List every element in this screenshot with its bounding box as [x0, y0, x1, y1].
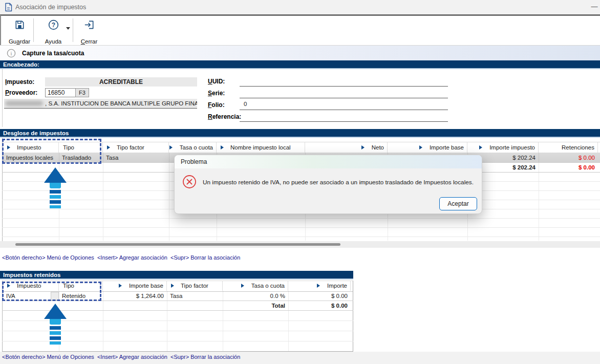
- window-title: Asociación de impuestos: [15, 4, 86, 11]
- annotation-dashed-box-retenidos: [2, 282, 101, 301]
- arrow-stripe: [50, 205, 61, 208]
- proveedor-input[interactable]: 16850: [45, 88, 76, 97]
- arrow-stripe: [50, 326, 61, 330]
- cell-importe_base[interactable]: $ 1,264.00: [103, 291, 167, 301]
- arrow-stripe: [50, 319, 61, 325]
- column-header-label: Importe: [327, 283, 347, 289]
- column-header-tipo_factor[interactable]: Tipo factor: [103, 142, 169, 153]
- tax-association-window: Asociación de impuestos — Guardar ? Ayud…: [0, 0, 600, 364]
- column-header-label: Tipo factor: [117, 144, 144, 151]
- info-message: Capture la tasa/cuota: [22, 50, 84, 57]
- impuesto-label: Impuesto:: [5, 78, 34, 85]
- column-header-neto[interactable]: Neto: [305, 142, 388, 153]
- retenidos-shortcuts-hint: <Botón derecho> Menú de Opciones <Insert…: [2, 354, 240, 360]
- cell-tipo_factor[interactable]: Tasa: [167, 291, 223, 301]
- help-dropdown-arrow-icon[interactable]: [66, 27, 70, 30]
- arrow-head: [44, 304, 67, 319]
- company-name-field: , S.A. INSTITUCION DE BANCA MULTIPLE GRU…: [4, 99, 197, 109]
- desglose-section-header: Desglose de impuestos: [0, 129, 600, 138]
- status-message-bar: i Capture la tasa/cuota: [0, 45, 600, 61]
- cell-retenciones[interactable]: $ 0.00: [539, 153, 598, 162]
- folio-label: Folio:: [208, 101, 225, 109]
- sort-arrow-icon: [317, 284, 320, 288]
- encabezado-section-header: Encabezado:: [0, 60, 600, 69]
- cell-tasa_cuota[interactable]: 0.0 %: [223, 291, 288, 301]
- folio-input[interactable]: [240, 110, 448, 110]
- table-gridline-v: [169, 153, 169, 241]
- column-header-tipo_factor[interactable]: Tipo factor: [167, 281, 223, 291]
- proveedor-label: Proveedor:: [5, 89, 37, 96]
- info-icon: i: [7, 49, 16, 58]
- guardar-button[interactable]: Guardar: [4, 18, 35, 46]
- cell-tipo_factor[interactable]: Tasa: [103, 153, 169, 162]
- serie-label: Serie:: [208, 90, 225, 97]
- ayuda-label: Ayuda: [45, 38, 61, 45]
- company-name-text: , S.A. INSTITUCION DE BANCA MULTIPLE GRU…: [45, 100, 197, 106]
- column-header-importe_impuesto[interactable]: Importe impuesto: [467, 142, 539, 153]
- exit-icon: [83, 19, 95, 31]
- column-header-label: Importe impuesto: [489, 144, 535, 151]
- svg-text:i: i: [11, 51, 12, 56]
- impuesto-field: ACREDITABLE: [45, 77, 197, 87]
- ayuda-button[interactable]: ? Ayuda: [37, 18, 70, 46]
- arrow-stripe: [50, 183, 61, 188]
- column-header-label: Neto: [372, 144, 384, 151]
- annotation-dashed-box-desglose: [2, 139, 101, 164]
- minimize-button[interactable]: —: [589, 1, 600, 12]
- column-header-importe_base[interactable]: Importe base: [103, 281, 167, 291]
- sort-arrow-icon: [107, 145, 110, 149]
- column-header-label: Importe base: [430, 144, 464, 151]
- column-header-label: Importe base: [129, 283, 163, 289]
- guardar-label: Guardar: [9, 38, 30, 45]
- column-header-label: Retenciones: [562, 144, 594, 151]
- help-icon: ?: [48, 19, 59, 31]
- referencia-input[interactable]: [240, 121, 448, 122]
- error-icon: [182, 175, 197, 189]
- sort-arrow-icon: [241, 284, 244, 288]
- sort-arrow-icon: [419, 145, 422, 149]
- serie-input[interactable]: [240, 98, 448, 98]
- referencia-label: Referencia:: [208, 113, 241, 120]
- arrow-stripe: [50, 190, 61, 194]
- dialog-message: Un impuesto retenido de IVA, no puede se…: [203, 179, 474, 186]
- problema-dialog: Problema Un impuesto retenido de IVA, no…: [174, 155, 482, 214]
- table-gridline-h: [2, 237, 600, 237]
- table-gridline-h: [2, 227, 600, 228]
- up-arrow-annotation: [44, 167, 67, 208]
- column-header-label: Tasa o cuota: [180, 144, 213, 151]
- sort-arrow-icon: [119, 284, 122, 288]
- section-left-border: [2, 69, 3, 127]
- column-header-tasa_cuota[interactable]: Tasa o cuota: [169, 142, 217, 153]
- column-header-label: Nombre impuesto local: [230, 144, 291, 151]
- aceptar-button[interactable]: Aceptar: [439, 197, 477, 210]
- toolbar-separator: [73, 18, 73, 42]
- column-header-tasa_cuota[interactable]: Tasa o cuota: [223, 281, 288, 291]
- sort-arrow-icon: [169, 145, 173, 149]
- table-right-border: [353, 281, 353, 352]
- column-header-nombre_local[interactable]: Nombre impuesto local: [217, 142, 305, 153]
- svg-text:?: ?: [51, 22, 55, 29]
- column-header-retenciones[interactable]: Retenciones: [539, 142, 598, 153]
- cerrar-button[interactable]: Cerrar: [76, 18, 102, 46]
- column-header-importe[interactable]: Importe: [288, 281, 351, 291]
- column-header-label: Tipo factor: [181, 283, 208, 289]
- cerrar-label: Cerrar: [81, 38, 98, 45]
- save-icon: [14, 19, 26, 31]
- column-header-importe_base[interactable]: Importe base: [388, 142, 467, 153]
- proveedor-f3-key[interactable]: F3: [75, 88, 89, 97]
- arrow-stripe: [50, 200, 61, 204]
- arrow-stripe: [50, 331, 61, 335]
- dialog-title: Problema: [175, 155, 482, 168]
- sort-arrow-icon: [479, 145, 482, 149]
- uuid-label: UUID:: [208, 78, 225, 85]
- arrow-stripe: [50, 336, 61, 340]
- horizontal-scrollbar-thumb[interactable]: [15, 243, 340, 246]
- folio-value[interactable]: 0: [244, 101, 247, 107]
- arrow-stripe: [50, 195, 61, 199]
- table-gridline-v: [103, 153, 103, 241]
- toolbar: Guardar ? Ayuda Cerrar: [0, 14, 600, 46]
- sort-arrow-icon: [361, 145, 365, 149]
- cell-importe[interactable]: $ 0.00: [288, 291, 351, 301]
- table-gridline-h: [2, 218, 600, 219]
- uuid-input[interactable]: [240, 86, 448, 87]
